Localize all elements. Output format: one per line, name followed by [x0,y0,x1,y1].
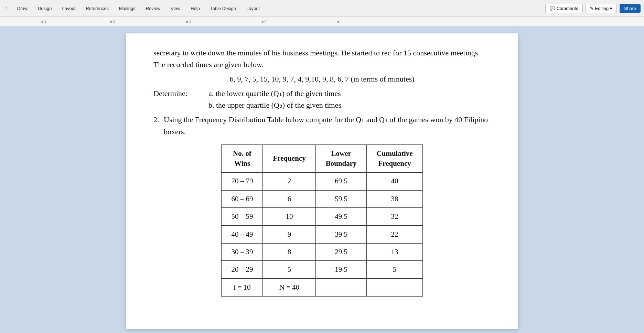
menu-bar: t Draw Design Layout References Mailings… [0,0,644,17]
table-row: 70 – 79269.540 [221,172,422,190]
menu-item-table-design[interactable]: Table Design [208,4,238,12]
menu-item-design[interactable]: Design [36,4,54,12]
table-cell-5-2: 19.5 [316,261,367,278]
table-cell-6-0: i = 10 [221,279,263,296]
table-cell-3-3: 22 [367,226,423,243]
table-row: 20 – 29519.55 [221,261,422,278]
table-cell-6-1: N = 40 [263,279,315,296]
table-cell-4-0: 30 – 39 [221,243,263,261]
table-cell-3-2: 39.5 [316,226,367,243]
ruler-bar: ■ 1 ■ 2 ■ 3 ■ 4 ■ [0,17,644,26]
pencil-icon: ✎ [590,6,594,11]
comments-button[interactable]: 💬 Comments [545,4,583,13]
table-header-row: No. ofWins Frequency LowerBoundary Cumul… [221,145,422,173]
table-cell-0-1: 2 [263,172,315,190]
table-row: 40 – 49939.522 [221,226,422,243]
doc-content: secretary to write down the minutes of h… [153,47,491,297]
table-cell-2-3: 32 [367,208,423,225]
col-header-lower-boundary: LowerBoundary [316,145,367,173]
item-2-number: 2. [153,114,161,126]
table-row: 30 – 39829.513 [221,243,422,261]
determine-b: b. the upper quartile (Q₃) of the given … [208,99,341,111]
table-row: 60 – 69659.538 [221,190,422,208]
doc-area: secretary to write down the minutes of h… [0,26,644,333]
table-cell-0-3: 40 [367,172,423,190]
data-line: 6, 9, 7, 5, 15, 10, 9, 7, 4, 9,10, 9, 8,… [153,73,491,85]
table-cell-6-3 [367,279,423,296]
table-cell-3-0: 40 – 49 [221,226,263,243]
col-header-wins: No. ofWins [221,145,263,173]
table-cell-0-2: 69.5 [316,172,367,190]
chevron-down-icon: ▾ [610,6,612,11]
comment-icon: 💬 [550,6,555,11]
determine-items: a. the lower quartile (Q₁) of the given … [208,88,341,111]
toolbar-right: 💬 Comments ✎ Editing ▾ Share [545,4,641,13]
table-cell-1-0: 60 – 69 [221,190,263,208]
table-cell-5-0: 20 – 29 [221,261,263,278]
menu-item-help[interactable]: Help [189,4,202,12]
table-cell-3-1: 9 [263,226,315,243]
table-cell-2-2: 49.5 [316,208,367,225]
frequency-table: No. ofWins Frequency LowerBoundary Cumul… [221,144,423,297]
col-header-cumulative: CumulativeFrequency [367,145,423,173]
menu-item-t[interactable]: t [3,4,9,12]
share-button[interactable]: Share [620,4,641,13]
item-2-text: Using the Frequency Distribution Table b… [164,114,491,137]
menu-item-draw[interactable]: Draw [15,4,30,12]
table-cell-1-3: 38 [367,190,423,208]
determine-a: a. the lower quartile (Q₁) of the given … [208,88,341,99]
menu-item-view[interactable]: View [169,4,182,12]
table-row: i = 10N = 40 [221,279,422,296]
menu-item-references[interactable]: References [84,4,110,12]
table-cell-4-1: 8 [263,243,315,261]
table-cell-5-3: 5 [367,261,423,278]
table-cell-1-1: 6 [263,190,315,208]
table-cell-1-2: 59.5 [316,190,367,208]
editing-button[interactable]: ✎ Editing ▾ [586,4,617,13]
paragraph-1: secretary to write down the minutes of h… [153,47,491,71]
menu-item-layout2[interactable]: Layout [244,4,262,12]
menu-item-layout[interactable]: Layout [60,4,77,12]
table-cell-5-1: 5 [263,261,315,278]
determine-label: Determine: [153,88,208,99]
table-row: 50 – 591049.532 [221,208,422,225]
col-header-frequency: Frequency [263,145,315,173]
menu-item-mailings[interactable]: Mailings [117,4,138,12]
table-cell-0-0: 70 – 79 [221,172,263,190]
menu-item-review[interactable]: Review [144,4,163,12]
table-cell-2-0: 50 – 59 [221,208,263,225]
table-wrapper: No. ofWins Frequency LowerBoundary Cumul… [153,144,491,297]
table-cell-4-2: 29.5 [316,243,367,261]
table-cell-6-2 [316,279,367,296]
table-cell-4-3: 13 [367,243,423,261]
doc-page: secretary to write down the minutes of h… [126,33,518,329]
table-cell-2-1: 10 [263,208,315,225]
